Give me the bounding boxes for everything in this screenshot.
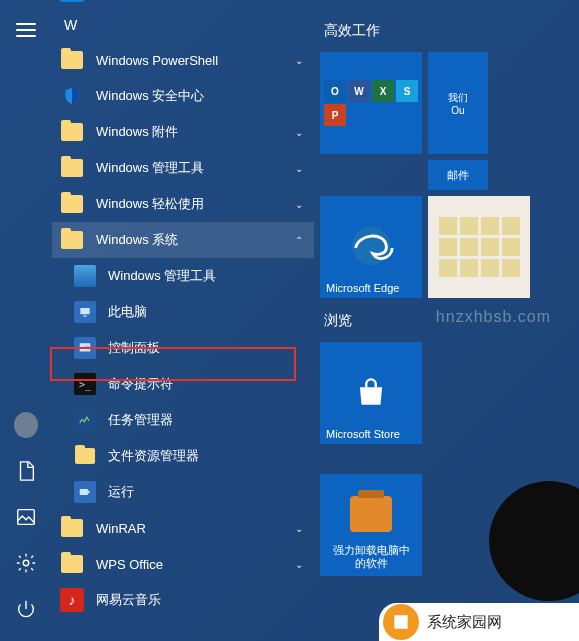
svg-rect-8 [86, 348, 90, 349]
sub-thispc[interactable]: 此电脑 [52, 294, 314, 330]
svg-rect-5 [80, 343, 91, 351]
svg-rect-11 [366, 392, 370, 396]
app-label: 网易云音乐 [96, 591, 314, 609]
hamburger-icon [16, 23, 36, 37]
svg-rect-0 [18, 510, 35, 525]
tile-text: 邮件 [447, 168, 469, 183]
folder-icon [60, 228, 84, 252]
tile-mail[interactable]: 邮件 [428, 160, 488, 190]
pictures-button[interactable] [14, 505, 38, 529]
sub-label: 此电脑 [108, 303, 314, 321]
app-admintools[interactable]: Windows 管理工具 ⌄ [52, 150, 314, 186]
group-header-productivity[interactable]: 高效工作 [314, 0, 579, 52]
svg-rect-4 [83, 316, 87, 317]
sub-control-panel[interactable]: 控制面板 [52, 330, 314, 366]
app-system[interactable]: Windows 系统 ⌃ [52, 222, 314, 258]
store-icon [352, 373, 390, 414]
app-netease[interactable]: ♪ 网易云音乐 [52, 582, 314, 618]
folder-icon [60, 552, 84, 576]
admintools-icon [74, 265, 96, 287]
run-icon [74, 481, 96, 503]
group-header-text: 浏览 [324, 312, 352, 328]
chevron-down-icon: ⌄ [284, 523, 314, 534]
group-header-text: 高效工作 [324, 22, 380, 38]
folder-icon [60, 120, 84, 144]
chevron-down-icon: ⌄ [284, 55, 314, 66]
box-icon [350, 496, 392, 532]
svg-rect-13 [366, 397, 370, 401]
gear-icon [15, 552, 37, 574]
tile-uninstall[interactable]: 强力卸载电脑中 的软件 [320, 474, 422, 576]
app-ease[interactable]: Windows 轻松使用 ⌄ [52, 186, 314, 222]
app-label: Windows 管理工具 [96, 159, 284, 177]
folder-icon [60, 48, 84, 72]
app-list[interactable]: 天气 W Windows PowerShell ⌄ Windows 安全中心 W… [52, 0, 314, 641]
letter-text: W [64, 17, 77, 33]
tile-label: Microsoft Store [326, 428, 400, 440]
svg-point-1 [23, 560, 29, 566]
app-label: WPS Office [96, 557, 284, 572]
folder-icon [60, 192, 84, 216]
app-security[interactable]: Windows 安全中心 [52, 78, 314, 114]
app-label: Windows 系统 [96, 231, 284, 249]
sub-explorer[interactable]: 文件资源管理器 [52, 438, 314, 474]
letter-header-w[interactable]: W [52, 8, 314, 42]
tile-files[interactable] [428, 196, 530, 298]
taskmgr-icon [74, 409, 96, 431]
app-label: Windows 轻松使用 [96, 195, 284, 213]
folder-icon [60, 516, 84, 540]
documents-button[interactable] [14, 459, 38, 483]
sub-label: 任务管理器 [108, 411, 314, 429]
sub-admintools[interactable]: Windows 管理工具 [52, 258, 314, 294]
pictures-icon [15, 506, 37, 528]
menu-button[interactable] [14, 18, 38, 42]
power-button[interactable] [14, 597, 38, 621]
sub-label: Windows 管理工具 [108, 267, 314, 285]
tile-office[interactable]: O W X S P [320, 52, 422, 154]
sub-label: 运行 [108, 483, 314, 501]
settings-button[interactable] [14, 551, 38, 575]
tile-edge[interactable]: Microsoft Edge [320, 196, 422, 298]
sub-cmd[interactable]: >_ 命令提示符 [52, 366, 314, 402]
chevron-down-icon: ⌄ [284, 559, 314, 570]
brand-logo-icon [383, 604, 419, 640]
office-grid-icon: O W X S P [320, 76, 422, 130]
chevron-down-icon: ⌄ [284, 199, 314, 210]
control-panel-icon [74, 337, 96, 359]
avatar-icon [14, 412, 38, 438]
svg-point-6 [82, 346, 84, 348]
sub-label: 命令提示符 [108, 375, 314, 393]
explorer-icon [74, 445, 96, 467]
tile-office-side[interactable]: 我们 Ou [428, 52, 488, 154]
app-label: Windows 安全中心 [96, 87, 314, 105]
edge-icon [348, 223, 394, 272]
app-powershell[interactable]: Windows PowerShell ⌄ [52, 42, 314, 78]
account-button[interactable] [14, 413, 38, 437]
power-icon [15, 598, 37, 620]
tile-text: Ou [451, 105, 464, 116]
tile-store[interactable]: Microsoft Store [320, 342, 422, 444]
chevron-up-icon: ⌃ [284, 235, 314, 246]
weather-icon [60, 0, 84, 2]
sub-taskmgr[interactable]: 任务管理器 [52, 402, 314, 438]
app-accessories[interactable]: Windows 附件 ⌄ [52, 114, 314, 150]
sub-run[interactable]: 运行 [52, 474, 314, 510]
tile-text: 强力卸载电脑中 [333, 544, 410, 557]
group-header-browse[interactable]: 浏览 [314, 298, 579, 342]
chevron-down-icon: ⌄ [284, 127, 314, 138]
chevron-down-icon: ⌄ [284, 163, 314, 174]
svg-rect-9 [80, 489, 88, 495]
tile-text: 我们 [448, 91, 468, 105]
app-label: Windows 附件 [96, 123, 284, 141]
start-sidebar [0, 0, 52, 641]
app-wps[interactable]: WPS Office ⌄ [52, 546, 314, 582]
tile-text: 的软件 [355, 557, 388, 570]
svg-rect-14 [372, 397, 376, 401]
app-winrar[interactable]: WinRAR ⌄ [52, 510, 314, 546]
tile-label: Microsoft Edge [326, 282, 399, 294]
app-weather[interactable]: 天气 [52, 0, 314, 8]
app-label: Windows PowerShell [96, 53, 284, 68]
thispc-icon [74, 301, 96, 323]
app-label: WinRAR [96, 521, 284, 536]
svg-rect-12 [372, 392, 376, 396]
